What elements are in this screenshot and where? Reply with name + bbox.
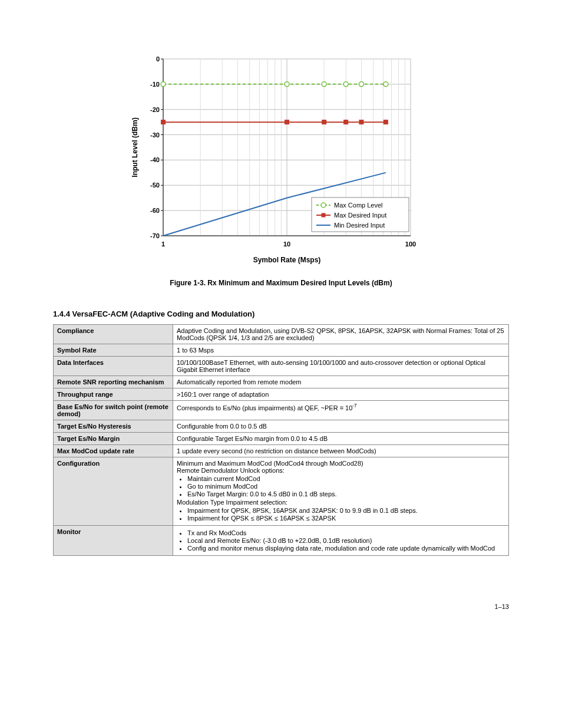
- cfg-bullet: Go to minimum ModCod: [187, 483, 505, 490]
- spec-label: Throughput range: [54, 388, 173, 401]
- legend-label: Max Desired Input: [334, 212, 386, 219]
- table-row: Target Es/No HysteresisConfigurable from…: [54, 420, 509, 433]
- spec-label: Max ModCod update rate: [54, 445, 173, 457]
- svg-text:0: 0: [156, 55, 160, 62]
- spec-label: Monitor: [54, 526, 173, 556]
- table-row: Data Interfaces10/100/100BaseT Ethernet,…: [54, 357, 509, 376]
- svg-rect-55: [285, 120, 289, 124]
- cfg-line: Modulation Type Impairment selection:: [177, 499, 505, 506]
- svg-rect-56: [322, 120, 326, 124]
- footer-page-number: 1–13: [495, 603, 509, 610]
- input-level-chart: 0-10-20-30-40-50-60-70110100 Input Level…: [128, 47, 434, 265]
- spec-label: Base Es/No for switch point (remote demo…: [54, 401, 173, 420]
- svg-text:-20: -20: [150, 106, 160, 113]
- spec-label: Data Interfaces: [54, 357, 173, 376]
- svg-point-48: [161, 82, 166, 87]
- section-heading: 1.4.4 VersaFEC-ACM (Adaptive Coding and …: [53, 309, 509, 318]
- cfg-bullet: Impairment for QPSK, 8PSK, 16APSK and 32…: [187, 507, 505, 514]
- cfg-bullet: Impairment for QPSK ≤ 8PSK ≤ 16APSK ≤ 32…: [187, 515, 505, 522]
- table-row: Symbol Rate1 to 63 Msps: [54, 344, 509, 357]
- spec-table: ComplianceAdaptive Coding and Modulation…: [53, 324, 509, 556]
- table-row: Throughput range>160:1 over range of ada…: [54, 388, 509, 401]
- spec-value: Automatically reported from remote modem: [173, 376, 509, 388]
- legend-label: Max Comp Level: [334, 202, 383, 209]
- svg-rect-59: [384, 120, 388, 124]
- table-row: MonitorTx and Rx ModCodsLocal and Remote…: [54, 526, 509, 556]
- svg-text:100: 100: [405, 241, 416, 248]
- spec-value: Corresponds to Es/No (plus impairments) …: [173, 401, 509, 420]
- chart-figure: 0-10-20-30-40-50-60-70110100 Input Level…: [53, 47, 509, 267]
- svg-text:-60: -60: [150, 207, 160, 214]
- svg-text:-40: -40: [150, 156, 160, 163]
- spec-label: Target Es/No Hysteresis: [54, 420, 173, 433]
- chart-legend: Max Comp LevelMax Desired InputMin Desir…: [312, 197, 409, 232]
- spec-value: Configurable Target Es/No margin from 0.…: [173, 433, 509, 445]
- spec-label: Compliance: [54, 325, 173, 344]
- cfg-bullet: Es/No Target Margin: 0.0 to 4.5 dB0 in 0…: [187, 490, 505, 498]
- page-footer: 1–13: [53, 603, 509, 610]
- svg-rect-64: [322, 213, 326, 218]
- svg-rect-58: [359, 120, 363, 124]
- cfg-line: Remote Demodulator Unlock options:: [177, 467, 505, 474]
- spec-value: 1 to 63 Msps: [173, 344, 509, 357]
- spec-value: 1 update every second (no restriction on…: [173, 445, 509, 457]
- spec-label: Target Es/No Margin: [54, 433, 173, 445]
- table-row: Remote SNR reporting mechanismAutomatica…: [54, 376, 509, 388]
- svg-text:-50: -50: [150, 182, 160, 189]
- svg-point-51: [343, 82, 348, 87]
- table-row: ConfigurationMinimum and Maximum ModCod …: [54, 457, 509, 526]
- monitor-bullet: Local and Remote Es/No: (-3.0 dB to +22.…: [187, 537, 505, 544]
- table-row: ComplianceAdaptive Coding and Modulation…: [54, 325, 509, 344]
- figure-caption: Figure 1-3. Rx Minimum and Maximum Desir…: [53, 279, 509, 287]
- spec-value: 10/100/100BaseT Ethernet, with auto-sens…: [173, 357, 509, 376]
- spec-value: >160:1 over range of adaptation: [173, 388, 509, 401]
- spec-value: Tx and Rx ModCodsLocal and Remote Es/No:…: [173, 526, 509, 556]
- cfg-bullet: Maintain current ModCod: [187, 475, 505, 482]
- svg-text:-10: -10: [150, 81, 160, 88]
- spec-label: Configuration: [54, 457, 173, 526]
- monitor-bullet: Config and monitor menus displaying data…: [187, 545, 505, 552]
- legend-label: Min Desired Input: [334, 222, 385, 229]
- table-row: Target Es/No MarginConfigurable Target E…: [54, 433, 509, 445]
- svg-point-62: [321, 203, 326, 207]
- svg-text:1: 1: [161, 241, 165, 248]
- svg-rect-57: [344, 120, 348, 124]
- monitor-bullet: Tx and Rx ModCods: [187, 529, 505, 536]
- spec-value: Minimum and Maximum ModCod (ModCod4 thro…: [173, 457, 509, 526]
- svg-text:-70: -70: [150, 232, 160, 239]
- svg-rect-54: [161, 120, 166, 124]
- table-row: Max ModCod update rate1 update every sec…: [54, 445, 509, 457]
- spec-value: Adaptive Coding and Modulation, using DV…: [173, 325, 509, 344]
- y-axis-label: Input Level (dBm): [131, 117, 139, 177]
- svg-text:-30: -30: [150, 131, 160, 139]
- table-row: Base Es/No for switch point (remote demo…: [54, 401, 509, 420]
- svg-point-52: [359, 82, 363, 87]
- x-axis-label: Symbol Rate (Msps): [253, 256, 321, 264]
- spec-label: Symbol Rate: [54, 344, 173, 357]
- svg-point-50: [322, 82, 326, 87]
- spec-value: Configurable from 0.0 to 0.5 dB: [173, 420, 509, 433]
- svg-point-49: [285, 82, 289, 87]
- cfg-line: Minimum and Maximum ModCod (ModCod4 thro…: [177, 460, 505, 467]
- svg-text:10: 10: [283, 241, 290, 248]
- spec-label: Remote SNR reporting mechanism: [54, 376, 173, 388]
- svg-point-53: [384, 82, 388, 87]
